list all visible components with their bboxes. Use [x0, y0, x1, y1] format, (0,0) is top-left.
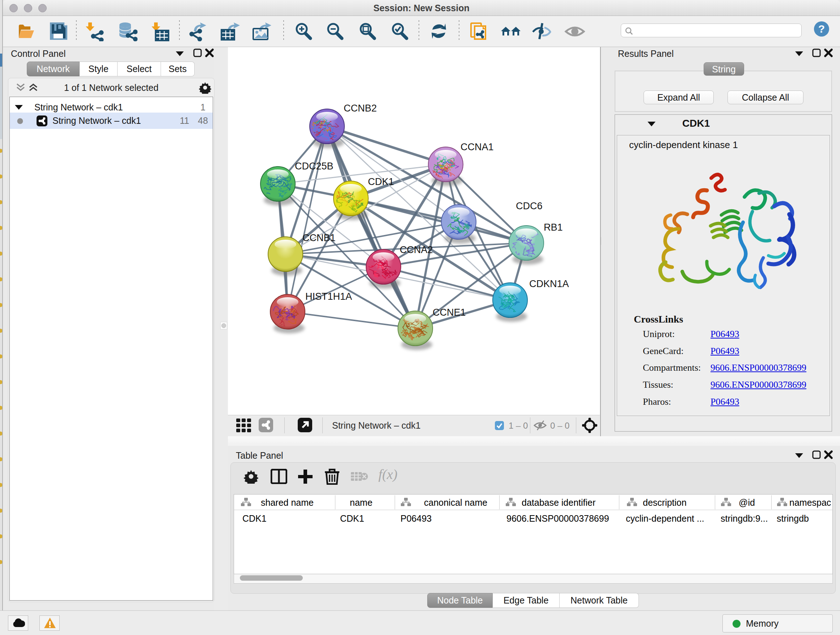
svg-text:CCNE1: CCNE1	[433, 307, 466, 318]
svg-text:HIST1H1A: HIST1H1A	[305, 291, 352, 302]
svg-text:?: ?	[818, 23, 825, 35]
svg-text:CCNA1: CCNA1	[461, 141, 494, 152]
svg-text:CCNA2: CCNA2	[400, 244, 433, 255]
svg-text:CDKN1A: CDKN1A	[529, 279, 569, 289]
svg-text:CDK1: CDK1	[368, 176, 394, 187]
svg-text:RB1: RB1	[544, 222, 563, 233]
svg-text:CCNB1: CCNB1	[302, 233, 336, 243]
svg-text:CDC25B: CDC25B	[295, 161, 333, 172]
svg-text:CDC6: CDC6	[516, 201, 543, 211]
svg-text:CCNB2: CCNB2	[344, 103, 377, 114]
